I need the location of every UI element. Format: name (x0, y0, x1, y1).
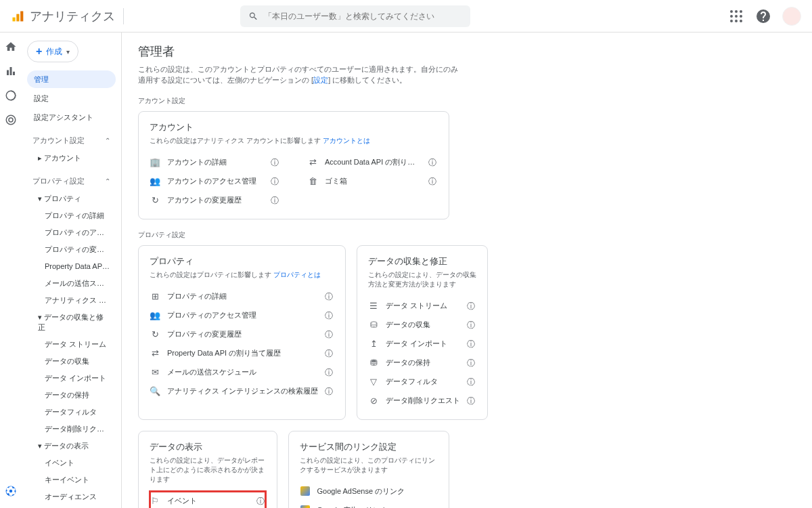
nav-delete-req[interactable]: データ削除リクエスト (27, 421, 116, 438)
nav-settings[interactable]: 設定 (27, 89, 116, 107)
row-prop-intel[interactable]: 🔍アナリティクス インテリジェンスの検索履歴ⓘ (150, 381, 334, 400)
app-logo[interactable]: アナリティクス (11, 8, 115, 24)
row-import[interactable]: ↥データ インポートⓘ (368, 334, 476, 353)
row-prop-access[interactable]: 👥プロパティのアクセス管理ⓘ (150, 305, 334, 324)
page-title: 管理者 (138, 43, 796, 60)
svg-point-10 (735, 20, 738, 22)
info-icon[interactable]: ⓘ (325, 367, 334, 377)
row-events[interactable]: ⚐イベントⓘ (150, 491, 266, 508)
nav-retention[interactable]: データの保持 (27, 387, 116, 404)
nav-section-property[interactable]: プロパティ設定⌃ (27, 172, 116, 190)
row-prop-mail[interactable]: ✉メールの送信スケジュールⓘ (150, 362, 334, 381)
row-prop-history[interactable]: ↻プロパティの変更履歴ⓘ (150, 324, 334, 343)
create-button[interactable]: + 作成 ▾ (27, 41, 78, 62)
collapse-sidebar[interactable]: ‹ (70, 493, 73, 501)
nav-assistant[interactable]: 設定アシスタント (27, 108, 116, 126)
info-icon[interactable]: ⓘ (325, 386, 334, 396)
row-account-detail[interactable]: 🏢アカウントの詳細ⓘ (150, 152, 280, 171)
apps-icon[interactable] (728, 8, 744, 24)
home-icon[interactable] (5, 41, 17, 53)
nav-key-events[interactable]: キーイベント (27, 471, 116, 488)
help-icon[interactable] (755, 8, 771, 24)
info-icon[interactable]: ⓘ (467, 339, 476, 348)
svg-point-3 (730, 10, 733, 13)
info-icon[interactable]: ⓘ (325, 291, 334, 301)
svg-rect-0 (13, 17, 16, 21)
row-account-history[interactable]: ↻アカウントの変更履歴ⓘ (150, 190, 280, 209)
row-stream[interactable]: ☰データ ストリームⓘ (368, 296, 476, 315)
stream-icon: ☰ (368, 300, 379, 311)
nav-collection[interactable]: データの収集 (27, 353, 116, 370)
row-account-api[interactable]: ⇄Account Data API の割り当て履歴ⓘ (307, 152, 438, 171)
info-icon[interactable]: ⓘ (325, 348, 334, 358)
nav-account[interactable]: ▸ アカウント (27, 150, 116, 167)
nav-import[interactable]: データ インポート (27, 370, 116, 387)
nav-admin[interactable]: 管理 (27, 70, 116, 88)
nav-compare[interactable]: 比較 (27, 505, 116, 508)
nav-section-account[interactable]: アカウント設定⌃ (27, 131, 116, 150)
row-prop-detail[interactable]: ⊞プロパティの詳細ⓘ (150, 287, 334, 305)
row-account-access[interactable]: 👥アカウントのアクセス管理ⓘ (150, 171, 280, 190)
info-icon[interactable]: ⓘ (271, 176, 280, 186)
nav-prop-api[interactable]: Property Data API の割り当… (27, 258, 116, 275)
row-ads[interactable]: Google 広告のリンク (300, 501, 438, 508)
account-card: アカウント これらの設定はアナリティクス アカウントに影響します アカウントとは… (138, 111, 449, 219)
nav-events[interactable]: イベント (27, 454, 116, 471)
detail-icon: ⊞ (150, 291, 160, 301)
account-help-link[interactable]: アカウントとは (323, 137, 370, 144)
info-icon[interactable]: ⓘ (467, 301, 476, 310)
svg-rect-2 (20, 11, 23, 21)
nav-data-display[interactable]: ▾ データの表示 (27, 438, 116, 454)
card-desc: これらの設定はアナリティクス アカウントに影響します アカウントとは (150, 136, 438, 146)
svg-point-17 (6, 115, 16, 125)
search-box[interactable] (240, 5, 470, 27)
header-actions (728, 7, 801, 26)
nav-prop-detail[interactable]: プロパティの詳細 (27, 207, 116, 224)
nav-data-collect[interactable]: ▾ データの収集と修正 (27, 309, 116, 336)
mail-icon: ✉ (150, 366, 160, 377)
search-input[interactable] (264, 12, 462, 21)
row-delete-req[interactable]: ⊘データ削除リクエストⓘ (368, 391, 476, 410)
svg-rect-14 (13, 72, 15, 75)
reports-icon[interactable] (5, 65, 17, 77)
row-filter[interactable]: ▽データフィルタⓘ (368, 372, 476, 391)
info-icon[interactable]: ⓘ (325, 310, 334, 320)
avatar[interactable] (782, 7, 801, 26)
people-icon: 👥 (150, 310, 160, 320)
nav-prop-intel[interactable]: アナリティクス インテリジ… (27, 292, 116, 309)
advertising-icon[interactable] (5, 114, 17, 126)
row-collection[interactable]: ⛁データの収集ⓘ (368, 315, 476, 334)
info-icon[interactable]: ⓘ (467, 396, 476, 405)
data-display-card: データの表示 これらの設定により、データがレポート上にどのように表示されるかが決… (138, 431, 277, 508)
info-icon[interactable]: ⓘ (467, 377, 476, 386)
info-icon[interactable]: ⓘ (428, 176, 438, 186)
property-section-label: プロパティ設定 (138, 230, 796, 240)
header: アナリティクス (0, 0, 812, 33)
nav-prop-history[interactable]: プロパティの変更履歴 (27, 241, 116, 258)
row-retention[interactable]: ⛃データの保持ⓘ (368, 353, 476, 372)
info-icon[interactable]: ⓘ (256, 496, 266, 505)
info-icon[interactable]: ⓘ (271, 157, 280, 167)
settings-icon[interactable] (5, 485, 17, 497)
service-links-card: サービス間のリンク設定 これらの設定により、このプロパティにリンクするサービスが… (288, 431, 449, 508)
svg-point-6 (730, 15, 733, 18)
info-icon[interactable]: ⓘ (325, 329, 334, 339)
app-name: アナリティクス (30, 8, 115, 24)
svg-point-16 (9, 118, 13, 122)
nav-prop-mail[interactable]: メールの送信スケジュール (27, 275, 116, 292)
settings-link[interactable]: 設定 (313, 76, 328, 84)
nav-stream[interactable]: データ ストリーム (27, 336, 116, 353)
row-prop-api[interactable]: ⇄Property Data API の割り当て履歴ⓘ (150, 343, 334, 362)
info-icon[interactable]: ⓘ (271, 195, 280, 205)
info-icon[interactable]: ⓘ (428, 157, 438, 167)
info-icon[interactable]: ⓘ (467, 320, 476, 329)
explore-icon[interactable] (5, 89, 17, 102)
svg-rect-12 (7, 70, 9, 76)
info-icon[interactable]: ⓘ (467, 358, 476, 367)
row-trash[interactable]: 🗑ゴミ箱ⓘ (307, 171, 438, 190)
property-help-link[interactable]: プロパティとは (273, 271, 321, 278)
nav-property[interactable]: ▾ プロパティ (27, 190, 116, 207)
nav-filter[interactable]: データフィルタ (27, 404, 116, 421)
nav-prop-access[interactable]: プロパティのアクセス管理 (27, 224, 116, 241)
row-adsense[interactable]: Google AdSense のリンク (300, 482, 438, 501)
